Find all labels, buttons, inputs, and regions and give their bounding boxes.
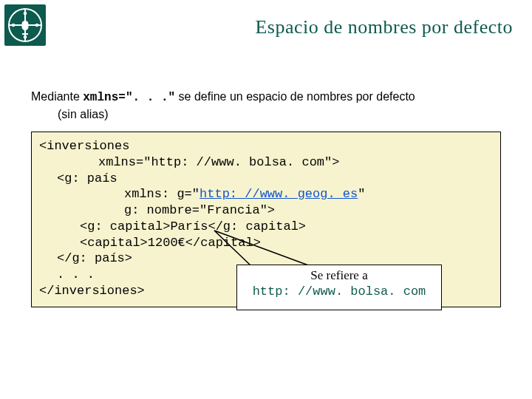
svg-point-5 xyxy=(12,24,16,27)
code-line: <inversiones xyxy=(39,138,493,154)
intro-pre: Mediante xyxy=(31,90,83,103)
intro-paragraph: Mediante xmlns=". . ." se define un espa… xyxy=(31,89,502,122)
code-line: <capital>1200€</capital> xyxy=(80,235,493,251)
intro-line2: (sin alias) xyxy=(31,106,502,123)
svg-rect-7 xyxy=(22,21,29,30)
callout-caption: Se refiere a xyxy=(237,268,441,283)
svg-point-4 xyxy=(24,35,27,39)
svg-point-6 xyxy=(35,24,39,27)
code-url-link[interactable]: http: //www. geog. es xyxy=(200,187,358,201)
code-text: xmlns: g=" xyxy=(124,187,200,201)
callout-url: http: //www. bolsa. com xyxy=(237,284,441,299)
code-line: xmlns: g="http: //www. geog. es" xyxy=(124,186,493,202)
code-line: <g: capital>París</g: capital> xyxy=(80,219,493,235)
page-title: Espacio de nombres por defecto xyxy=(255,16,513,38)
logo-badge xyxy=(4,4,46,46)
intro-post: se define un espacio de nombres por defe… xyxy=(175,90,415,103)
code-text: " xyxy=(358,187,365,201)
code-line: g: nombre="Francia"> xyxy=(124,202,493,219)
code-line: xmlns="http: //www. bolsa. com"> xyxy=(98,154,493,171)
svg-point-3 xyxy=(24,12,27,16)
code-line: <g: país xyxy=(57,171,493,187)
callout-box: Se refiere a http: //www. bolsa. com xyxy=(236,265,442,310)
intro-code: xmlns=". . ." xyxy=(83,91,175,104)
